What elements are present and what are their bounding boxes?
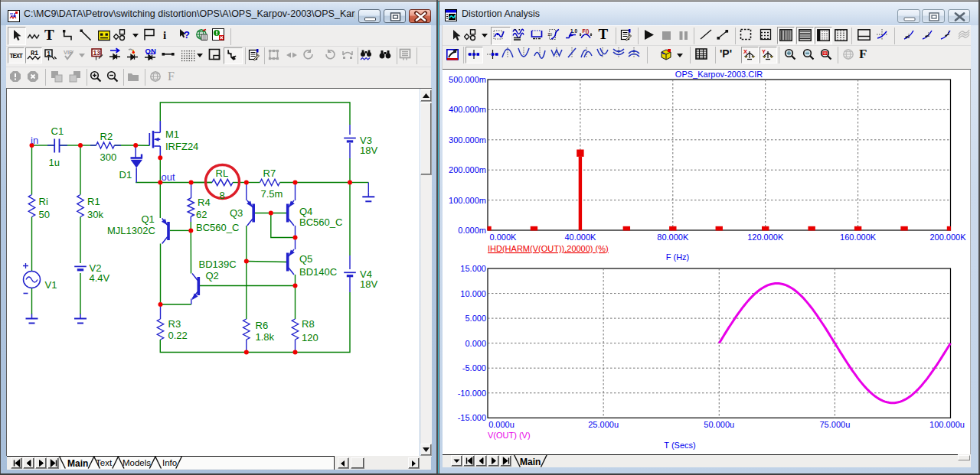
svg-text:300.000m: 300.000m bbox=[449, 135, 486, 145]
svg-text:13: 13 bbox=[93, 49, 101, 57]
svg-text:300: 300 bbox=[100, 151, 117, 163]
svg-text:4.4V: 4.4V bbox=[90, 272, 110, 284]
svg-text:F: F bbox=[859, 47, 867, 61]
svg-text:'P': 'P' bbox=[720, 47, 732, 60]
svg-text:Info: Info bbox=[162, 458, 177, 467]
svg-text:Q5: Q5 bbox=[299, 253, 312, 265]
svg-text:out: out bbox=[162, 171, 175, 183]
svg-text:R4: R4 bbox=[198, 197, 211, 208]
svg-text:X: X bbox=[743, 49, 747, 55]
svg-text:R8: R8 bbox=[302, 318, 315, 330]
svg-text:7.5m: 7.5m bbox=[261, 188, 283, 200]
svg-text:T (Secs): T (Secs) bbox=[664, 441, 695, 450]
svg-text:R1: R1 bbox=[31, 50, 38, 57]
svg-text:1u: 1u bbox=[49, 157, 60, 168]
svg-text:-10.000: -10.000 bbox=[458, 389, 486, 398]
svg-text:MJL1302C: MJL1302C bbox=[107, 225, 155, 236]
svg-text:in: in bbox=[31, 135, 38, 146]
svg-text:120: 120 bbox=[302, 332, 318, 343]
svg-text:5.000: 5.000 bbox=[465, 314, 486, 323]
svg-text:i: i bbox=[163, 29, 166, 41]
svg-text:10: 10 bbox=[547, 32, 552, 37]
svg-text:R6: R6 bbox=[256, 320, 269, 331]
svg-text:R1: R1 bbox=[87, 196, 100, 207]
svg-text:TEXT: TEXT bbox=[10, 53, 23, 60]
svg-text:1: 1 bbox=[47, 50, 51, 57]
svg-text:15.000: 15.000 bbox=[460, 264, 486, 273]
svg-text:IRFZ24: IRFZ24 bbox=[165, 141, 198, 152]
svg-text:0.22: 0.22 bbox=[168, 330, 188, 341]
svg-text:120.000K: 120.000K bbox=[747, 233, 784, 242]
svg-text:F: F bbox=[168, 70, 175, 83]
svg-text:200.000K: 200.000K bbox=[929, 233, 966, 242]
svg-text:V1: V1 bbox=[45, 279, 57, 291]
svg-text:?: ? bbox=[184, 29, 190, 41]
svg-text:18V: 18V bbox=[360, 145, 377, 156]
svg-text:80.000K: 80.000K bbox=[657, 233, 689, 242]
svg-text:T: T bbox=[44, 28, 54, 42]
svg-text:0.000K: 0.000K bbox=[490, 233, 518, 242]
svg-text:T: T bbox=[599, 27, 609, 41]
svg-text:D1: D1 bbox=[119, 169, 132, 181]
svg-text:50.000u: 50.000u bbox=[704, 420, 734, 429]
svg-text:M1: M1 bbox=[165, 129, 179, 140]
svg-text:40.000K: 40.000K bbox=[564, 233, 596, 242]
svg-text:Y: Y bbox=[762, 49, 766, 55]
svg-text:C1: C1 bbox=[51, 125, 64, 137]
svg-text:R2: R2 bbox=[100, 131, 113, 142]
svg-text:8: 8 bbox=[220, 190, 225, 201]
svg-text:30k: 30k bbox=[87, 209, 103, 220]
svg-text:BD140C: BD140C bbox=[299, 266, 337, 278]
svg-text:R3: R3 bbox=[168, 318, 181, 330]
svg-text:10.000: 10.000 bbox=[460, 289, 486, 298]
svg-text:BC560_C: BC560_C bbox=[196, 222, 239, 233]
svg-text:0.000m: 0.000m bbox=[458, 226, 486, 235]
svg-text:100.000u: 100.000u bbox=[929, 420, 965, 429]
svg-text:500.000m: 500.000m bbox=[449, 75, 486, 84]
svg-text:100.000m: 100.000m bbox=[449, 196, 486, 205]
svg-text:Models: Models bbox=[122, 458, 151, 467]
svg-text:-15.000: -15.000 bbox=[458, 413, 486, 422]
svg-text:200.000m: 200.000m bbox=[449, 165, 486, 174]
svg-text:0.000: 0.000 bbox=[465, 339, 486, 348]
svg-text:18V: 18V bbox=[360, 278, 377, 290]
svg-text:-5.000: -5.000 bbox=[462, 363, 486, 373]
svg-text:OPS_Karpov-2003.CIR: OPS_Karpov-2003.CIR bbox=[675, 70, 763, 79]
svg-text:400.000m: 400.000m bbox=[449, 105, 486, 114]
svg-text:Text: Text bbox=[96, 458, 113, 467]
svg-text:Main: Main bbox=[67, 458, 88, 469]
svg-text:BC560_C: BC560_C bbox=[299, 216, 342, 228]
svg-text:Q3: Q3 bbox=[230, 207, 243, 219]
svg-text:0.000u: 0.000u bbox=[488, 420, 514, 429]
svg-text:F(): F() bbox=[583, 28, 590, 34]
svg-text:50: 50 bbox=[39, 209, 50, 220]
svg-text:BD139C: BD139C bbox=[199, 259, 237, 270]
svg-text:V(OUT) (V): V(OUT) (V) bbox=[488, 431, 531, 440]
svg-text:75.000u: 75.000u bbox=[819, 420, 850, 429]
svg-text:Q1: Q1 bbox=[142, 213, 155, 225]
svg-text:F (Hz): F (Hz) bbox=[666, 252, 690, 262]
svg-text:Q2: Q2 bbox=[206, 270, 219, 281]
svg-text:Main: Main bbox=[520, 457, 541, 467]
svg-text:R7: R7 bbox=[263, 168, 276, 179]
svg-text:RL: RL bbox=[216, 168, 229, 179]
svg-text:1.8k: 1.8k bbox=[256, 331, 275, 343]
svg-text:160.000K: 160.000K bbox=[840, 233, 877, 242]
svg-text:IHD(HARM(V(OUT)),20000) (%): IHD(HARM(V(OUT)),20000) (%) bbox=[488, 244, 609, 253]
svg-text:Ri: Ri bbox=[39, 196, 48, 207]
svg-text:62: 62 bbox=[196, 209, 207, 220]
svg-text:25.000u: 25.000u bbox=[588, 420, 619, 429]
